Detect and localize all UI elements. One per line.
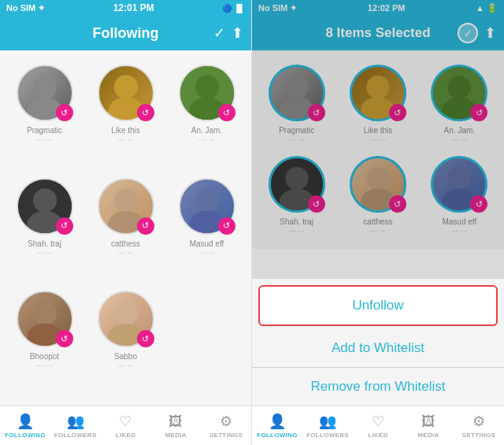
user-grid-left: ↺ Pragmatic ···· ··· ↺ Like this ···· ··… xyxy=(0,50,251,406)
user-name: An. Jam. xyxy=(191,126,222,135)
bottom-nav-right: 👤 FOLLOWING 👥 FOLLOWERS ♡ LIKED 🖼 MEDIA … xyxy=(252,406,504,445)
list-item[interactable]: ↺ Masud eff ···· ··· xyxy=(166,172,247,285)
list-item[interactable]: ↺ Shah. traj ···· ··· xyxy=(4,172,85,285)
header-left: Following ✓ ⬆ xyxy=(0,16,251,50)
unfollow-button[interactable]: Unfollow xyxy=(258,285,498,326)
media-icon-right: 🖼 xyxy=(421,413,435,430)
nav-item-followers-right[interactable]: 👥 FOLLOWERS xyxy=(302,413,353,439)
user-handle: ···· ··· xyxy=(117,135,133,143)
svg-point-16 xyxy=(113,302,137,325)
svg-point-10 xyxy=(113,188,137,212)
list-item[interactable]: ↺ Like this ···· ··· xyxy=(85,58,166,172)
nav-label-media-right: MEDIA xyxy=(417,432,439,439)
page-title-left: Following xyxy=(93,25,159,42)
svg-point-12 xyxy=(195,188,218,212)
nav-item-media[interactable]: 🖼 MEDIA xyxy=(150,413,201,439)
followers-icon: 👥 xyxy=(67,413,84,430)
liked-icon-right: ♡ xyxy=(372,413,384,430)
repost-button[interactable]: ↺ xyxy=(56,330,73,347)
followers-icon-right: 👥 xyxy=(319,413,336,430)
user-handle: ···· ··· xyxy=(36,249,52,257)
nav-label-media: MEDIA xyxy=(165,432,187,439)
nav-label-followers: FOLLOWERS xyxy=(54,432,97,439)
user-handle: ···· ··· xyxy=(198,135,214,143)
repost-button[interactable]: ↺ xyxy=(137,104,154,121)
share-icon[interactable]: ⬆ xyxy=(232,24,243,42)
avatar-container: ↺ xyxy=(179,178,235,235)
left-panel: No SIM ✦ 12:01 PM 🔵 ▐▌ Following ✓ ⬆ ↺ P… xyxy=(0,0,252,445)
nav-item-following[interactable]: 👤 FOLLOWING xyxy=(0,413,50,439)
nav-label-following-right: FOLLOWING xyxy=(257,432,298,439)
nav-label-liked: LIKED xyxy=(116,432,136,439)
avatar-container: ↺ xyxy=(17,291,73,347)
status-icons-left: 🔵 ▐▌ xyxy=(222,4,245,13)
user-name: catthess xyxy=(111,239,140,249)
repost-button[interactable]: ↺ xyxy=(218,104,235,121)
user-name: Like this xyxy=(111,126,140,135)
user-handle: ···· ··· xyxy=(198,249,214,257)
nav-label-settings: SETTINGS xyxy=(209,432,243,439)
svg-point-8 xyxy=(32,188,56,212)
user-name: Pragmatic xyxy=(27,126,62,135)
nav-label-settings-right: SETTINGS xyxy=(462,432,495,439)
nav-item-media-right[interactable]: 🖼 MEDIA xyxy=(403,413,454,439)
nav-label-following: FOLLOWING xyxy=(5,432,46,439)
svg-point-14 xyxy=(32,302,56,325)
svg-point-5 xyxy=(195,75,218,98)
action-sheet-overlay: Unfollow Add to Whitelist Remove from Wh… xyxy=(252,0,504,445)
right-panel: No SIM ✦ 12:02 PM ▲ 🔋 8 Items Selected ✓… xyxy=(252,0,504,445)
status-bar-left: No SIM ✦ 12:01 PM 🔵 ▐▌ xyxy=(0,0,251,16)
settings-icon: ⚙ xyxy=(220,413,232,430)
nav-item-settings-right[interactable]: ⚙ SETTINGS xyxy=(454,413,504,439)
nav-item-followers[interactable]: 👥 FOLLOWERS xyxy=(50,413,101,439)
avatar-container: ↺ xyxy=(98,178,154,235)
repost-button[interactable]: ↺ xyxy=(56,104,73,121)
remove-whitelist-button[interactable]: Remove from Whitelist xyxy=(252,368,504,406)
avatar-container: ↺ xyxy=(98,65,154,121)
user-name: Masud eff xyxy=(190,239,224,249)
nav-item-following-right[interactable]: 👤 FOLLOWING xyxy=(252,413,302,439)
svg-point-2 xyxy=(113,75,137,98)
repost-button[interactable]: ↺ xyxy=(218,217,235,235)
check-icon[interactable]: ✓ xyxy=(213,24,225,42)
list-item[interactable]: ↺ Sabbo ···· ··· xyxy=(85,284,166,398)
bottom-nav-left: 👤 FOLLOWING 👥 FOLLOWERS ♡ LIKED 🖼 MEDIA … xyxy=(0,406,251,445)
nav-item-liked[interactable]: ♡ LIKED xyxy=(101,413,151,439)
svg-point-0 xyxy=(32,75,56,98)
list-item[interactable]: ↺ Bhoopot ···· ··· xyxy=(4,284,85,398)
nav-label-liked-right: LIKED xyxy=(368,432,388,439)
list-item[interactable]: ↺ An. Jam. ···· ··· xyxy=(166,58,247,172)
user-name: Sabbo xyxy=(114,352,137,362)
nav-label-followers-right: FOLLOWERS xyxy=(306,432,349,439)
user-handle: ···· ··· xyxy=(117,362,133,369)
avatar-container: ↺ xyxy=(17,65,73,121)
carrier-left: No SIM ✦ xyxy=(6,3,45,13)
following-icon-right: 👤 xyxy=(269,413,286,430)
user-name: Bhoopot xyxy=(30,352,59,362)
nav-item-liked-right[interactable]: ♡ LIKED xyxy=(353,413,403,439)
nav-item-settings[interactable]: ⚙ SETTINGS xyxy=(201,413,251,439)
following-icon: 👤 xyxy=(17,413,34,430)
user-handle: ···· ··· xyxy=(117,249,133,257)
user-handle: ···· ··· xyxy=(36,362,52,369)
repost-button[interactable]: ↺ xyxy=(137,217,154,235)
list-item[interactable]: ↺ catthess ···· ··· xyxy=(85,172,166,285)
settings-icon-right: ⚙ xyxy=(472,413,485,430)
avatar-container: ↺ xyxy=(98,291,154,347)
repost-button[interactable]: ↺ xyxy=(56,217,73,235)
user-handle: ···· ··· xyxy=(36,135,52,143)
header-icons-left: ✓ ⬆ xyxy=(213,24,243,42)
media-icon: 🖼 xyxy=(169,413,183,430)
list-item[interactable]: ↺ Pragmatic ···· ··· xyxy=(4,58,85,172)
add-whitelist-button[interactable]: Add to Whitelist xyxy=(252,329,504,368)
repost-button[interactable]: ↺ xyxy=(137,330,154,347)
avatar-container: ↺ xyxy=(17,178,73,235)
avatar-container: ↺ xyxy=(179,65,235,121)
liked-icon: ♡ xyxy=(119,413,132,430)
user-name: Shah. traj xyxy=(28,239,61,249)
time-left: 12:01 PM xyxy=(113,2,154,13)
